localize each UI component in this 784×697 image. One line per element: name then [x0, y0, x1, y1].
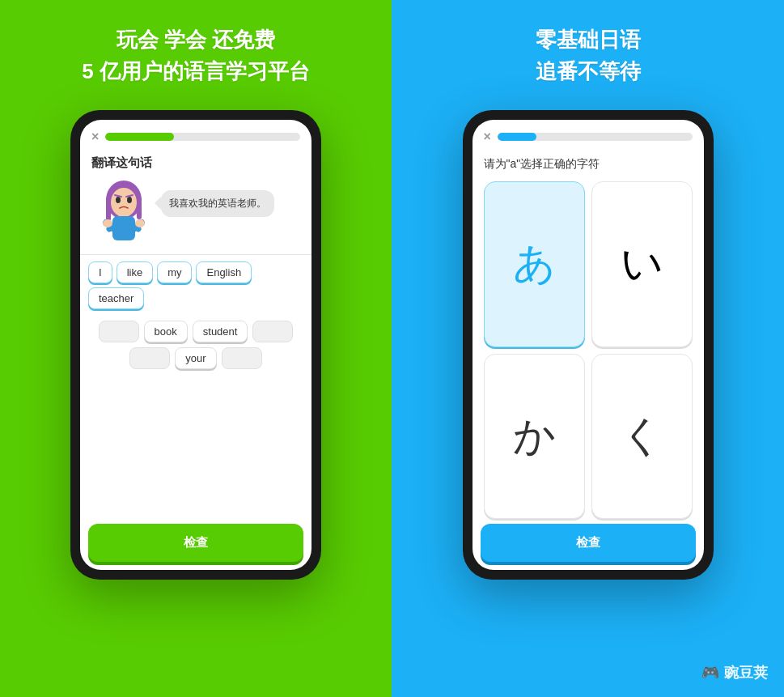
screen-header-right: × — [473, 120, 704, 151]
progress-fill-left — [105, 133, 173, 141]
svg-point-10 — [135, 219, 145, 227]
character-area: 我喜欢我的英语老师。 — [80, 171, 311, 254]
right-phone-screen: × 请为"a"选择正确的字符 あ い か く 检查 — [473, 120, 704, 570]
right-title-line1: 零基础日语 — [536, 28, 641, 52]
close-icon-left[interactable]: × — [91, 130, 99, 144]
answer-word-i[interactable]: I — [88, 261, 112, 283]
svg-rect-3 — [137, 197, 142, 219]
right-panel-title: 零基础日语 追番不等待 — [536, 24, 641, 87]
bank-empty-3 — [129, 347, 170, 369]
left-panel: 玩会 学会 还免费 5 亿用户的语言学习平台 × 翻译这句话 — [0, 0, 392, 697]
svg-rect-2 — [106, 197, 111, 221]
bank-word-your[interactable]: your — [175, 347, 216, 369]
speech-bubble: 我喜欢我的英语老师。 — [161, 190, 274, 217]
left-title-line2: 5 亿用户的语言学习平台 — [82, 59, 310, 83]
progress-bar-right — [498, 133, 693, 141]
watermark: 🎮 豌豆荚 — [701, 663, 768, 682]
left-phone-mockup: × 翻译这句话 — [70, 110, 321, 580]
right-title-line2: 追番不等待 — [536, 59, 641, 83]
svg-point-9 — [103, 219, 112, 227]
answer-word-like[interactable]: like — [117, 261, 154, 283]
check-button-right[interactable]: 检查 — [481, 524, 696, 562]
kana-card-a[interactable]: あ — [484, 181, 585, 347]
answer-word-my[interactable]: my — [157, 261, 192, 283]
kana-card-ka[interactable]: か — [484, 354, 585, 520]
bank-empty-1 — [99, 321, 139, 342]
bank-empty-4 — [222, 347, 262, 369]
right-panel: 零基础日语 追番不等待 × 请为"a"选择正确的字符 あ い か く 检查 — [392, 0, 784, 697]
translate-label: 翻译这句话 — [80, 151, 311, 171]
progress-fill-right — [498, 133, 536, 141]
kana-card-i[interactable]: い — [591, 181, 693, 347]
left-title-line1: 玩会 学会 还免费 — [117, 28, 275, 52]
kana-grid: あ い か く — [473, 176, 704, 524]
progress-bar-left — [105, 133, 300, 141]
watermark-icon: 🎮 — [701, 664, 719, 682]
answer-word-english[interactable]: English — [196, 261, 252, 283]
bank-empty-2 — [252, 321, 293, 342]
svg-point-1 — [111, 188, 137, 217]
bank-word-student[interactable]: student — [193, 321, 248, 342]
svg-point-5 — [127, 197, 132, 203]
kana-card-ku[interactable]: く — [591, 354, 693, 520]
left-panel-title: 玩会 学会 还免费 5 亿用户的语言学习平台 — [82, 24, 310, 87]
watermark-text: 豌豆荚 — [724, 663, 768, 682]
left-phone-screen: × 翻译这句话 — [80, 120, 311, 570]
word-bank: book student your — [80, 316, 311, 374]
screen-header-left: × — [80, 120, 311, 151]
close-icon-right[interactable]: × — [484, 130, 491, 144]
bank-word-book[interactable]: book — [144, 321, 188, 342]
question-label: 请为"a"选择正确的字符 — [473, 151, 704, 176]
answer-area[interactable]: I like my English teacher — [80, 254, 311, 316]
check-button-left[interactable]: 检查 — [88, 524, 303, 562]
character-illustration — [91, 174, 156, 251]
answer-word-teacher[interactable]: teacher — [88, 287, 144, 309]
svg-point-4 — [116, 197, 121, 203]
right-phone-mockup: × 请为"a"选择正确的字符 あ い か く 检查 — [463, 110, 714, 580]
speech-text: 我喜欢我的英语老师。 — [169, 198, 266, 209]
